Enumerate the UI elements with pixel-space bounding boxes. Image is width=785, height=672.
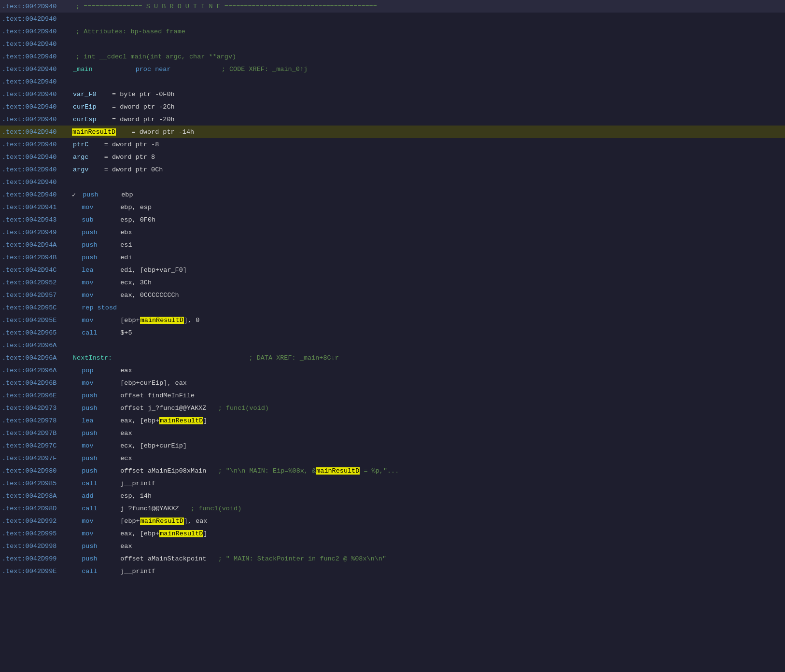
highlighted-ref: mainResultD [140,518,184,525]
address: .text:0042D97C [2,442,72,449]
code-line: .text:0042D943 subesp, 0F0h [0,213,785,226]
eq: = dword ptr -2Ch [112,103,175,111]
code-line: .text:0042D99E callj__printf [0,565,785,577]
mnemonic: lea [82,266,120,274]
address: .text:0042D940 [2,154,72,161]
address: .text:0042D940 [2,191,72,198]
collapse-arrow[interactable]: ✓ [72,191,80,199]
address: .text:0042D995 [2,530,72,537]
code-line: .text:0042D98D callj_?func1@@YAKXZ ; fun… [0,502,785,515]
comment-text: ; int __cdecl main(int argc, char **argv… [76,53,236,60]
comment-text: ; "\n\n MAIN: Eip=%08x, &mainResultD = %… [210,467,399,475]
operand: eax, [ebp+mainResultD] [120,417,207,424]
address: .text:0042D980 [2,467,72,475]
mnemonic: push [82,555,120,562]
operand: esp, 14h [120,492,152,500]
address: .text:0042D940 [2,179,72,186]
mnemonic: mov [82,442,120,449]
var-name: curEip [73,103,97,111]
address: .text:0042D998 [2,543,72,550]
address: .text:0042D940 [2,53,72,60]
code-line: .text:0042D94C leaedi, [ebp+var_F0] [0,264,785,276]
operand: j__printf [120,568,155,575]
code-view: .text:0042D940; =============== S U B R … [0,0,785,577]
address: .text:0042D99E [2,568,72,575]
highlighted-ref: mainResultD [159,530,203,537]
mnemonic: mov [82,204,120,211]
var-name: argv [73,166,88,173]
mnemonic: call [82,480,120,487]
code-line: .text:0042D96A [0,339,785,351]
address: .text:0042D949 [2,229,72,236]
var-name: var_F0 [73,91,97,98]
address: .text:0042D940 [2,116,72,123]
address: .text:0042D95E [2,317,72,324]
code-line: .text:0042D995 moveax, [ebp+mainResultD] [0,527,785,540]
code-line: .text:0042D940; Attributes: bp-based fra… [0,25,785,38]
operand: offset aMainStackpoint [120,555,206,562]
address: .text:0042D96A [2,342,72,349]
mnemonic: call [82,329,120,336]
code-line: .text:0042D949 pushebx [0,226,785,238]
address: .text:0042D999 [2,555,72,562]
comment-text: ; DATA XREF: _main+8C↓r [116,354,339,362]
mnemonic: push [82,455,120,462]
label: NextInstr: [73,354,112,362]
eq: = dword ptr 0Ch [104,166,163,173]
code-line: .text:0042D941 movebp, esp [0,201,785,213]
code-line: .text:0042D940; =============== S U B R … [0,0,785,13]
operand: ecx, 3Ch [120,279,152,286]
eq: = dword ptr 8 [104,154,155,161]
code-line: .text:0042D95C rep stosd [0,301,785,314]
code-line: .text:0042D96ANextInstr: ; DATA XREF: _m… [0,351,785,364]
code-line: .text:0042D940 [0,75,785,88]
operand: [ebp+mainResultD], 0 [120,317,199,324]
comment-text: ; Attributes: bp-based frame [76,28,185,35]
eq: = dword ptr -20h [112,116,175,123]
address: .text:0042D992 [2,518,72,525]
operand: esp, 0F0h [120,216,155,224]
mnemonic: push [82,405,120,412]
mnemonic: push [82,241,120,249]
address: .text:0042D957 [2,292,72,299]
operand: eax [120,543,132,550]
mnemonic: lea [82,417,120,424]
eq: = byte ptr -0F0h [112,91,175,98]
code-line: .text:0042D957 moveax, 0CCCCCCCCh [0,289,785,301]
address: .text:0042D940 [2,91,72,98]
operand: eax, [ebp+mainResultD] [120,530,207,537]
operand: ecx, [ebp+curEip] [120,442,187,449]
mnemonic: mov [82,379,120,387]
address: .text:0042D97B [2,430,72,437]
code-line: .text:0042D940argv = dword ptr 0Ch [0,163,785,176]
mnemonic: mov [82,530,120,537]
address: .text:0042D96A [2,367,72,374]
proc-label: _main [73,66,93,73]
operand: eax [120,430,132,437]
mnemonic: push [82,543,120,550]
code-line: .text:0042D94A pushesi [0,238,785,251]
highlighted-var: mainResultD [72,128,116,136]
address: .text:0042D94A [2,241,72,249]
address: .text:0042D940 [2,166,72,173]
operand: eax, 0CCCCCCCCh [120,292,179,299]
mnemonic: sub [82,216,120,224]
mnemonic: rep stosd [82,304,120,311]
code-line: .text:0042D965 call$+5 [0,326,785,339]
mnemonic: push [82,430,120,437]
address: .text:0042D96A [2,354,72,362]
address: .text:0042D940 [2,28,72,35]
code-line: .text:0042D978 leaeax, [ebp+mainResultD] [0,414,785,427]
address: .text:0042D965 [2,329,72,336]
address: .text:0042D96B [2,379,72,387]
code-line: .text:0042D96B mov[ebp+curEip], eax [0,377,785,389]
mnemonic: push [83,191,121,198]
proc-keyword: proc near [136,66,171,73]
operand: ecx [120,455,132,462]
code-line: .text:0042D940; int __cdecl main(int arg… [0,50,785,63]
operand: offset aMainEip08xMain [120,467,206,475]
code-line: .text:0042D973 pushoffset j_?func1@@YAKX… [0,402,785,414]
mnemonic: mov [82,518,120,525]
mnemonic: mov [82,279,120,286]
address: .text:0042D940 [2,3,72,10]
